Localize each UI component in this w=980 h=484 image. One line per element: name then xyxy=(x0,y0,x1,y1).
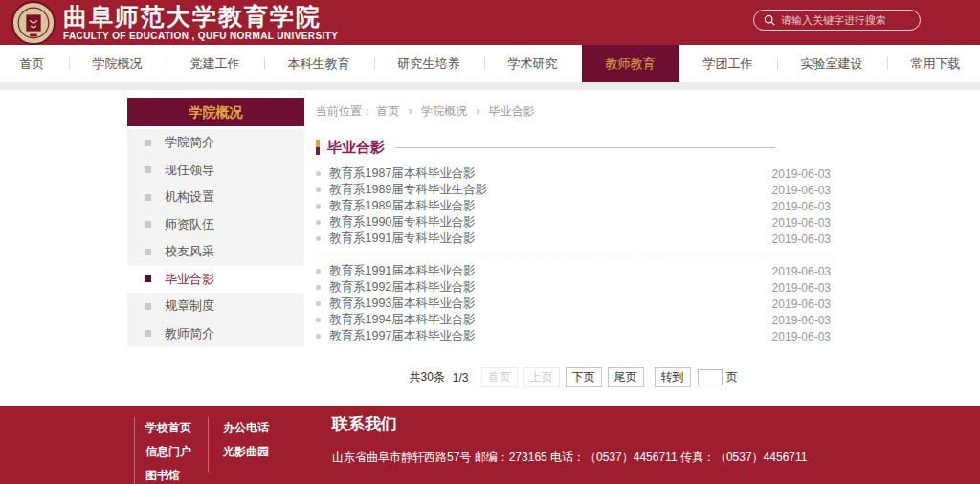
bullet-icon xyxy=(316,204,321,209)
news-list-group-1: 教育系1987届本科毕业合影 2019-06-03 教育系1989届专科毕业生合… xyxy=(316,165,831,247)
list-item-link[interactable]: 教育系1990届专科毕业合影 xyxy=(329,214,772,231)
sidebar-item-alumni[interactable]: 校友风采 xyxy=(127,238,304,266)
list-item: 教育系1990届专科毕业合影 2019-06-03 xyxy=(316,214,831,231)
bullet-icon xyxy=(316,220,321,225)
footer-link-office-phone[interactable]: 办公电话 xyxy=(223,416,269,440)
pagination-page-indicator: 1/3 xyxy=(453,371,469,385)
list-item: 教育系1993届本科毕业合影 2019-06-03 xyxy=(316,296,831,312)
news-list-group-2: 教育系1991届本科毕业合影 2019-06-03 教育系1992届本科毕业合影… xyxy=(316,263,831,344)
list-item-link[interactable]: 教育系1994届本科毕业合影 xyxy=(329,312,772,328)
square-bullet-icon xyxy=(145,275,151,282)
list-item-date: 2019-06-03 xyxy=(772,330,831,343)
list-item: 教育系1989届专科毕业生合影 2019-06-03 xyxy=(316,182,831,198)
sidebar-item-label: 学院简介 xyxy=(165,134,214,151)
square-bullet-icon xyxy=(145,194,151,201)
list-item: 教育系1989届本科毕业合影 2019-06-03 xyxy=(316,198,831,214)
bullet-icon xyxy=(316,236,321,241)
list-item-link[interactable]: 教育系1989届专科毕业生合影 xyxy=(329,182,772,198)
bullet-icon xyxy=(316,269,321,274)
nav-item-party-building[interactable]: 党建工作 xyxy=(167,45,264,82)
nav-item-teacher-education[interactable]: 教师教育 xyxy=(582,45,679,82)
main-area: 学院概况 学院简介 现任领导 机构设置 师资队伍 校友风采 xyxy=(0,90,980,406)
pagination-page-suffix: 页 xyxy=(726,369,738,385)
list-item-link[interactable]: 教育系1991届本科毕业合影 xyxy=(329,263,772,279)
nav-item-student-league-work[interactable]: 学团工作 xyxy=(679,45,777,82)
sidebar-item-college-intro[interactable]: 学院简介 xyxy=(127,129,304,157)
pagination-prev-button[interactable]: 上页 xyxy=(523,367,560,387)
nav-item-downloads[interactable]: 常用下载 xyxy=(887,45,980,82)
list-item: 教育系1991届本科毕业合影 2019-06-03 xyxy=(316,263,831,279)
nav-item-lab-construction[interactable]: 实验室建设 xyxy=(777,45,887,82)
site-title-english: FACULTY OF EDUCATION , QUFU NORMAL UNIVE… xyxy=(63,31,338,41)
footer-links-column-2: 办公电话 光影曲园 xyxy=(223,416,269,464)
footer-link-info-portal[interactable]: 信息门户 xyxy=(145,440,191,464)
sidebar-item-organization[interactable]: 机构设置 xyxy=(127,184,304,211)
list-item-date: 2019-06-03 xyxy=(772,297,831,311)
pagination-last-button[interactable]: 尾页 xyxy=(608,367,644,387)
bullet-icon xyxy=(316,285,321,290)
list-item-date: 2019-06-03 xyxy=(772,184,831,197)
bullet-icon xyxy=(316,301,321,306)
list-item-date: 2019-06-03 xyxy=(772,281,831,295)
sidebar-title: 学院概况 xyxy=(127,98,304,126)
square-bullet-icon xyxy=(145,249,151,255)
footer-contact: 联系我们 山东省曲阜市静轩西路57号 邮编：273165 电话：（0537）44… xyxy=(332,413,807,466)
sidebar-item-graduation-photos[interactable]: 毕业合影 xyxy=(127,266,304,294)
list-item: 教育系1991届专科毕业合影 2019-06-03 xyxy=(316,231,831,247)
list-item-date: 2019-06-03 xyxy=(772,232,831,246)
nav-divider-strip xyxy=(0,82,980,90)
list-item-link[interactable]: 教育系1987届本科毕业合影 xyxy=(329,165,772,182)
sidebar-item-teacher-profiles[interactable]: 教师简介 xyxy=(127,320,304,348)
sidebar-item-current-leaders[interactable]: 现任领导 xyxy=(127,157,304,185)
breadcrumb-college-overview[interactable]: 学院概况 xyxy=(421,104,467,118)
breadcrumb-current-page[interactable]: 毕业合影 xyxy=(489,104,535,118)
breadcrumb-home[interactable]: 首页 xyxy=(376,104,399,118)
list-item: 教育系1994届本科毕业合影 2019-06-03 xyxy=(316,312,831,328)
bullet-icon xyxy=(316,334,321,339)
sidebar: 学院概况 学院简介 现任领导 机构设置 师资队伍 校友风采 xyxy=(127,98,304,347)
list-item-link[interactable]: 教育系1992届本科毕业合影 xyxy=(329,279,772,296)
search-icon xyxy=(764,14,775,26)
pagination-next-button[interactable]: 下页 xyxy=(566,367,602,387)
pagination-goto-button[interactable]: 转到 xyxy=(655,367,691,387)
breadcrumb: 当前位置： 首页 › 学院概况 › 毕业合影 xyxy=(316,103,831,119)
footer-link-library[interactable]: 图书馆 xyxy=(145,464,191,484)
footer-link-campus-gallery[interactable]: 光影曲园 xyxy=(223,440,269,464)
list-item-date: 2019-06-03 xyxy=(772,200,831,213)
section-accent-bar xyxy=(316,140,320,155)
list-item-link[interactable]: 教育系1993届本科毕业合影 xyxy=(329,296,772,312)
list-item-link[interactable]: 教育系1989届本科毕业合影 xyxy=(329,198,772,214)
breadcrumb-separator: › xyxy=(409,104,412,118)
sidebar-item-label: 师资队伍 xyxy=(165,216,214,233)
sidebar-item-rules[interactable]: 规章制度 xyxy=(127,293,304,320)
sidebar-item-label: 校友风采 xyxy=(165,243,214,260)
site-footer: 学校首页 信息门户 图书馆 办公电话 光影曲园 联系我们 山东省曲阜市静轩西路5… xyxy=(0,406,980,484)
footer-links-column-1: 学校首页 信息门户 图书馆 xyxy=(145,416,191,484)
list-item-date: 2019-06-03 xyxy=(772,167,831,181)
brand-text: 曲阜师范大学教育学院 FACULTY OF EDUCATION , QUFU N… xyxy=(63,5,338,41)
search-box[interactable] xyxy=(753,10,921,31)
section-rule-line xyxy=(396,147,775,148)
footer-link-school-home[interactable]: 学校首页 xyxy=(145,416,191,440)
sidebar-list: 学院简介 现任领导 机构设置 师资队伍 校友风采 毕业合影 xyxy=(127,129,304,347)
list-item-link[interactable]: 教育系1991届专科毕业合影 xyxy=(329,231,772,247)
sidebar-item-faculty-team[interactable]: 师资队伍 xyxy=(127,211,304,239)
pagination-page-input[interactable] xyxy=(698,369,723,385)
nav-item-college-overview[interactable]: 学院概况 xyxy=(69,45,167,82)
sidebar-item-label: 规章制度 xyxy=(165,297,214,315)
bullet-icon xyxy=(316,171,321,176)
nav-item-graduate-training[interactable]: 研究生培养 xyxy=(374,45,484,82)
nav-item-academic-research[interactable]: 学术研究 xyxy=(484,45,582,82)
list-item-date: 2019-06-03 xyxy=(772,216,831,230)
brand-home-link[interactable]: 曲阜师范大学教育学院 FACULTY OF EDUCATION , QUFU N… xyxy=(11,0,338,45)
pagination-first-button[interactable]: 首页 xyxy=(481,367,518,387)
search-input[interactable] xyxy=(781,14,905,26)
bullet-icon xyxy=(316,318,321,322)
bullet-icon xyxy=(316,187,321,192)
footer-contact-title: 联系我们 xyxy=(332,413,807,435)
nav-item-undergraduate-education[interactable]: 本科生教育 xyxy=(264,45,374,82)
site-title-chinese: 曲阜师范大学教育学院 xyxy=(63,5,338,30)
list-item-link[interactable]: 教育系1997届本科毕业合影 xyxy=(329,328,772,344)
breadcrumb-separator: › xyxy=(476,104,479,118)
nav-item-home[interactable]: 首页 xyxy=(0,45,69,82)
